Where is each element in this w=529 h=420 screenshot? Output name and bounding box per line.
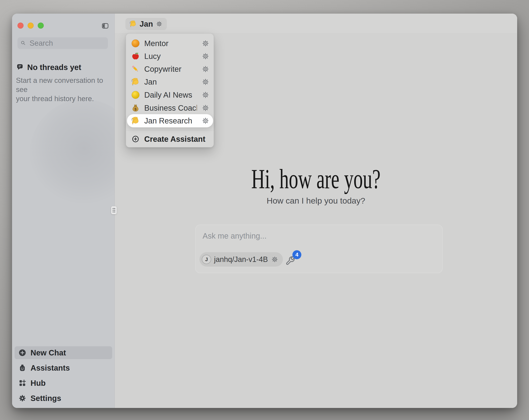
assistant-chip-label: Jan	[140, 20, 153, 28]
menu-item-jan-research-selected[interactable]: Jan Research	[126, 114, 214, 127]
search-box[interactable]	[17, 37, 108, 49]
menu-item-mentor[interactable]: Mentor	[126, 37, 214, 50]
empty-threads-title: No threads yet	[27, 63, 81, 72]
tools-count-badge: 4	[292, 250, 301, 259]
sidebar-item-new-chat[interactable]: New Chat	[14, 346, 112, 359]
bot-icon	[18, 364, 27, 372]
menu-item-label: Mentor	[144, 39, 197, 48]
money-bag-icon	[131, 103, 140, 112]
chat-input[interactable]	[196, 225, 442, 248]
menu-separator	[126, 130, 214, 131]
assistant-dropdown-menu: Mentor Lucy Copywriter	[126, 33, 214, 147]
plus-circle-outline-icon	[131, 135, 140, 144]
sidebar-resize-handle[interactable]	[111, 206, 117, 214]
greeting-title: Hi, how are you?	[115, 165, 517, 193]
grip-dots-icon	[111, 206, 117, 214]
sidebar-item-assistants[interactable]: Assistants	[14, 362, 112, 374]
model-selector-chip[interactable]: J janhq/Jan-v1-4B	[199, 252, 283, 267]
toggle-sidebar-button[interactable]	[101, 22, 109, 29]
empty-threads-description: Start a new conversation to see your thr…	[16, 76, 104, 103]
main-header	[115, 14, 517, 34]
menu-item-copywriter[interactable]: Copywriter	[126, 63, 214, 75]
plus-circle-icon	[18, 348, 27, 357]
item-settings-icon[interactable]	[201, 39, 210, 48]
greeting-subtitle: How can I help you today?	[115, 196, 517, 206]
sidebar-item-label: Assistants	[30, 364, 70, 372]
create-assistant-button[interactable]: Create Assistant	[126, 133, 214, 146]
yellow-circle-icon	[131, 90, 140, 99]
zoom-window-button[interactable]	[38, 23, 44, 28]
sidebar-item-settings[interactable]: Settings	[14, 392, 112, 405]
threads-message-icon	[16, 63, 24, 71]
grid-plus-icon	[18, 379, 27, 387]
close-window-button[interactable]	[17, 23, 24, 28]
item-settings-icon[interactable]	[201, 104, 210, 112]
gear-icon	[18, 394, 27, 403]
menu-item-label: Copywriter	[144, 65, 197, 73]
search-input[interactable]	[17, 37, 108, 49]
menu-item-label: Lucy	[144, 52, 197, 61]
waving-hand-icon	[131, 116, 140, 125]
item-settings-icon[interactable]	[201, 52, 210, 60]
window-controls	[17, 23, 44, 28]
assistant-selector-chip[interactable]: Jan	[125, 18, 167, 30]
assistant-settings-icon[interactable]	[156, 20, 163, 27]
menu-item-label: Jan Research	[144, 116, 197, 125]
menu-item-label: Business Coach	[144, 104, 197, 112]
item-settings-icon[interactable]	[201, 78, 210, 86]
waving-hand-icon	[131, 77, 140, 86]
item-settings-icon[interactable]	[201, 91, 210, 99]
orange-circle-icon	[131, 39, 140, 48]
chat-composer: J janhq/Jan-v1-4B 4	[195, 225, 443, 273]
sidebar-item-hub[interactable]: Hub	[14, 377, 112, 390]
create-assistant-label: Create Assistant	[144, 135, 210, 144]
sidebar-item-label: New Chat	[30, 348, 66, 357]
sidebar: No threads yet Start a new conversation …	[12, 14, 115, 408]
item-settings-icon[interactable]	[201, 116, 210, 125]
main-area: Jan Mentor Lucy	[115, 14, 517, 408]
model-name: janhq/Jan-v1-4B	[214, 255, 268, 264]
menu-item-label: Daily AI News	[144, 91, 197, 99]
minimize-window-button[interactable]	[28, 23, 34, 28]
menu-item-label: Jan	[144, 78, 197, 86]
empty-threads-line2: your thread history here.	[16, 94, 104, 103]
red-apple-icon	[131, 52, 140, 61]
waving-hand-icon	[129, 20, 137, 28]
app-window: No threads yet Start a new conversation …	[12, 14, 517, 408]
menu-item-business-coach[interactable]: Business Coach	[126, 101, 214, 114]
menu-item-daily-ai-news[interactable]: Daily AI News	[126, 88, 214, 101]
model-settings-icon[interactable]	[271, 256, 278, 263]
item-settings-icon[interactable]	[201, 65, 210, 73]
sidebar-toggle-icon	[101, 22, 109, 29]
sidebar-item-label: Settings	[30, 394, 61, 403]
menu-item-jan[interactable]: Jan	[126, 75, 214, 88]
pencil-icon	[131, 65, 140, 73]
model-avatar: J	[202, 255, 211, 264]
empty-threads-line1: Start a new conversation to see	[16, 76, 104, 94]
sidebar-item-label: Hub	[30, 379, 46, 388]
menu-item-lucy[interactable]: Lucy	[126, 50, 214, 63]
